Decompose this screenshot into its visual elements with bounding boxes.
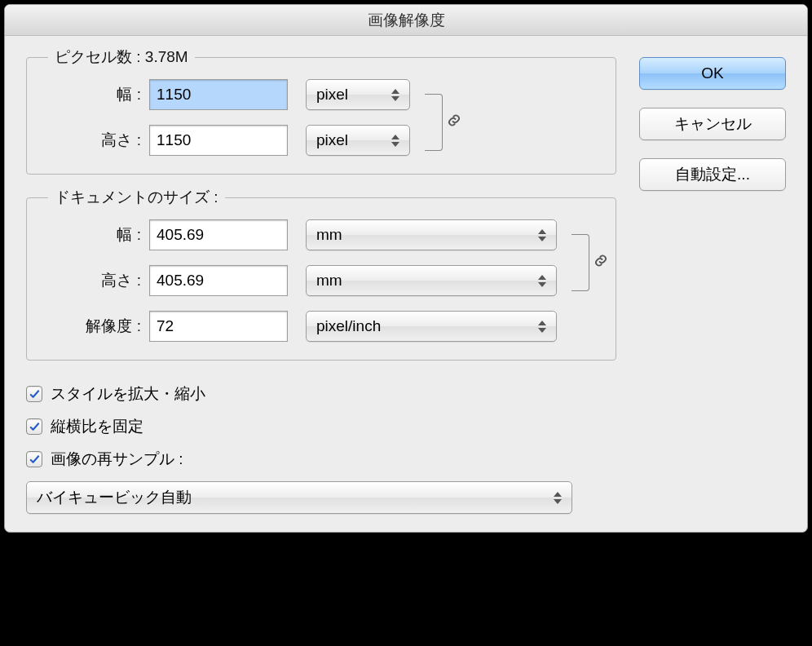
resolution-input[interactable] bbox=[149, 311, 288, 342]
ok-button[interactable]: OK bbox=[639, 57, 786, 90]
link-icon bbox=[594, 254, 608, 272]
stepper-icon bbox=[538, 227, 549, 243]
dialog-content: ピクセル数 : 3.78M 幅 : pixel 高さ bbox=[5, 36, 807, 532]
doc-height-unit-select[interactable]: mm bbox=[306, 265, 557, 296]
dialog-window: 画像解像度 ピクセル数 : 3.78M 幅 : pixel bbox=[4, 4, 808, 533]
left-column: ピクセル数 : 3.78M 幅 : pixel 高さ bbox=[26, 57, 616, 514]
resolution-label: 解像度 : bbox=[43, 316, 149, 337]
doc-link-bracket bbox=[571, 234, 589, 291]
doc-width-unit-select[interactable]: mm bbox=[306, 219, 557, 250]
scale-styles-label: スタイルを拡大・縮小 bbox=[51, 383, 205, 405]
title-bar: 画像解像度 bbox=[5, 5, 807, 36]
resample-checkbox[interactable]: 画像の再サンプル : bbox=[26, 449, 616, 470]
constrain-label: 縦横比を固定 bbox=[51, 416, 143, 437]
pixel-dimensions-group: ピクセル数 : 3.78M 幅 : pixel 高さ bbox=[26, 57, 616, 175]
stepper-icon bbox=[554, 489, 565, 506]
stepper-icon bbox=[391, 86, 403, 103]
link-icon bbox=[447, 113, 461, 132]
doc-width-input[interactable] bbox=[149, 219, 288, 250]
pixel-rows: 幅 : pixel 高さ : pixel bbox=[43, 79, 410, 156]
pixel-width-input[interactable] bbox=[149, 79, 288, 110]
doc-width-label: 幅 : bbox=[43, 224, 149, 246]
document-size-group: ドキュメントのサイズ : 幅 : mm 高さ : bbox=[26, 197, 616, 361]
pixel-height-input[interactable] bbox=[149, 125, 288, 156]
resolution-unit-select[interactable]: pixel/inch bbox=[306, 311, 557, 342]
pixel-width-unit-select[interactable]: pixel bbox=[306, 79, 410, 110]
checkbox-icon bbox=[26, 418, 42, 435]
resample-method-select[interactable]: バイキュービック自動 bbox=[26, 481, 572, 514]
resample-label: 画像の再サンプル : bbox=[51, 449, 183, 470]
stepper-icon bbox=[538, 272, 549, 289]
pixel-height-label: 高さ : bbox=[43, 130, 149, 151]
constrain-proportions-checkbox[interactable]: 縦横比を固定 bbox=[26, 416, 616, 437]
right-column: OK キャンセル 自動設定... bbox=[639, 57, 786, 514]
checkbox-icon bbox=[26, 386, 42, 402]
pixel-width-label: 幅 : bbox=[43, 84, 149, 105]
document-size-legend: ドキュメントのサイズ : bbox=[48, 187, 225, 208]
pixel-dimensions-legend: ピクセル数 : 3.78M bbox=[48, 46, 195, 68]
pixel-height-unit-select[interactable]: pixel bbox=[306, 125, 410, 156]
scale-styles-checkbox[interactable]: スタイルを拡大・縮小 bbox=[26, 383, 616, 405]
doc-height-label: 高さ : bbox=[43, 270, 149, 291]
stepper-icon bbox=[391, 132, 403, 148]
doc-height-input[interactable] bbox=[149, 265, 288, 296]
stepper-icon bbox=[538, 318, 549, 334]
dialog-title: 画像解像度 bbox=[368, 10, 445, 31]
checkbox-icon bbox=[26, 451, 42, 467]
pixel-link-bracket bbox=[425, 94, 443, 151]
auto-button[interactable]: 自動設定... bbox=[639, 158, 786, 191]
cancel-button[interactable]: キャンセル bbox=[639, 108, 786, 140]
doc-rows: 幅 : mm 高さ : mm bbox=[43, 219, 557, 296]
